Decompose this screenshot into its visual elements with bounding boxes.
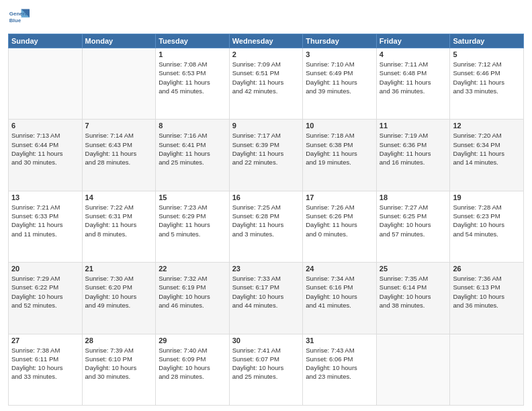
- calendar-cell: [82, 48, 156, 120]
- calendar-cell: 8Sunrise: 7:16 AM Sunset: 6:41 PM Daylig…: [156, 120, 230, 191]
- day-number: 11: [380, 122, 447, 130]
- calendar-cell: 23Sunrise: 7:33 AM Sunset: 6:17 PM Dayli…: [229, 263, 303, 334]
- day-info: Sunrise: 7:21 AM Sunset: 6:33 PM Dayligh…: [11, 203, 79, 238]
- weekday-header: Friday: [376, 34, 450, 48]
- calendar-cell: 19Sunrise: 7:28 AM Sunset: 6:23 PM Dayli…: [450, 191, 524, 262]
- calendar-cell: 5Sunrise: 7:12 AM Sunset: 6:46 PM Daylig…: [450, 48, 524, 120]
- day-info: Sunrise: 7:40 AM Sunset: 6:09 PM Dayligh…: [159, 346, 226, 381]
- day-number: 25: [380, 265, 447, 273]
- calendar-cell: 9Sunrise: 7:17 AM Sunset: 6:39 PM Daylig…: [229, 120, 303, 191]
- calendar-cell: 30Sunrise: 7:41 AM Sunset: 6:07 PM Dayli…: [229, 334, 303, 405]
- day-info: Sunrise: 7:25 AM Sunset: 6:28 PM Dayligh…: [232, 203, 300, 238]
- day-number: 18: [380, 193, 447, 201]
- day-number: 12: [453, 122, 521, 130]
- day-info: Sunrise: 7:28 AM Sunset: 6:23 PM Dayligh…: [453, 203, 521, 238]
- day-info: Sunrise: 7:11 AM Sunset: 6:48 PM Dayligh…: [380, 60, 447, 95]
- calendar-cell: 16Sunrise: 7:25 AM Sunset: 6:28 PM Dayli…: [229, 191, 303, 262]
- day-info: Sunrise: 7:10 AM Sunset: 6:49 PM Dayligh…: [306, 60, 373, 95]
- day-number: 4: [380, 50, 447, 58]
- day-info: Sunrise: 7:17 AM Sunset: 6:39 PM Dayligh…: [232, 131, 300, 167]
- calendar-cell: 10Sunrise: 7:18 AM Sunset: 6:38 PM Dayli…: [303, 120, 377, 191]
- day-number: 13: [11, 193, 79, 201]
- weekday-header: Wednesday: [229, 34, 303, 48]
- day-info: Sunrise: 7:14 AM Sunset: 6:43 PM Dayligh…: [85, 131, 153, 167]
- calendar-cell: 25Sunrise: 7:35 AM Sunset: 6:14 PM Dayli…: [376, 263, 450, 334]
- day-info: Sunrise: 7:32 AM Sunset: 6:19 PM Dayligh…: [159, 274, 226, 310]
- day-number: 1: [159, 50, 226, 58]
- weekday-header: Sunday: [9, 34, 83, 48]
- day-number: 7: [85, 122, 153, 130]
- calendar-cell: 21Sunrise: 7:30 AM Sunset: 6:20 PM Dayli…: [82, 263, 156, 334]
- svg-text:General: General: [9, 11, 30, 17]
- day-number: 27: [11, 336, 79, 345]
- day-info: Sunrise: 7:41 AM Sunset: 6:07 PM Dayligh…: [232, 346, 300, 381]
- day-info: Sunrise: 7:08 AM Sunset: 6:53 PM Dayligh…: [159, 60, 226, 95]
- calendar-cell: 22Sunrise: 7:32 AM Sunset: 6:19 PM Dayli…: [156, 263, 230, 334]
- day-info: Sunrise: 7:20 AM Sunset: 6:34 PM Dayligh…: [453, 131, 521, 167]
- weekday-header: Tuesday: [156, 34, 230, 48]
- calendar-cell: 14Sunrise: 7:22 AM Sunset: 6:31 PM Dayli…: [82, 191, 156, 262]
- day-info: Sunrise: 7:18 AM Sunset: 6:38 PM Dayligh…: [306, 131, 373, 167]
- day-number: 16: [232, 193, 300, 201]
- day-info: Sunrise: 7:26 AM Sunset: 6:26 PM Dayligh…: [306, 203, 373, 238]
- day-info: Sunrise: 7:22 AM Sunset: 6:31 PM Dayligh…: [85, 203, 153, 238]
- calendar-cell: 6Sunrise: 7:13 AM Sunset: 6:44 PM Daylig…: [9, 120, 83, 191]
- weekday-header: Monday: [82, 34, 156, 48]
- calendar-week-row: 6Sunrise: 7:13 AM Sunset: 6:44 PM Daylig…: [9, 120, 524, 191]
- day-info: Sunrise: 7:29 AM Sunset: 6:22 PM Dayligh…: [11, 274, 79, 310]
- calendar-cell: 1Sunrise: 7:08 AM Sunset: 6:53 PM Daylig…: [156, 48, 230, 120]
- calendar-cell: 28Sunrise: 7:39 AM Sunset: 6:10 PM Dayli…: [82, 334, 156, 405]
- day-info: Sunrise: 7:34 AM Sunset: 6:16 PM Dayligh…: [306, 274, 373, 310]
- calendar-week-row: 1Sunrise: 7:08 AM Sunset: 6:53 PM Daylig…: [9, 48, 524, 120]
- day-number: 24: [306, 265, 373, 273]
- day-number: 14: [85, 193, 153, 201]
- day-info: Sunrise: 7:36 AM Sunset: 6:13 PM Dayligh…: [453, 274, 521, 310]
- day-number: 29: [159, 336, 226, 345]
- calendar-cell: 26Sunrise: 7:36 AM Sunset: 6:13 PM Dayli…: [450, 263, 524, 334]
- calendar-cell: 11Sunrise: 7:19 AM Sunset: 6:36 PM Dayli…: [376, 120, 450, 191]
- day-number: 20: [11, 265, 79, 273]
- calendar-week-row: 27Sunrise: 7:38 AM Sunset: 6:11 PM Dayli…: [9, 334, 524, 405]
- calendar-cell: 17Sunrise: 7:26 AM Sunset: 6:26 PM Dayli…: [303, 191, 377, 262]
- calendar-cell: 29Sunrise: 7:40 AM Sunset: 6:09 PM Dayli…: [156, 334, 230, 405]
- day-number: 28: [85, 336, 153, 345]
- day-info: Sunrise: 7:16 AM Sunset: 6:41 PM Dayligh…: [159, 131, 226, 167]
- day-number: 5: [453, 50, 521, 58]
- day-number: 10: [306, 122, 373, 130]
- day-info: Sunrise: 7:13 AM Sunset: 6:44 PM Dayligh…: [11, 131, 79, 167]
- day-number: 22: [159, 265, 226, 273]
- calendar-cell: 7Sunrise: 7:14 AM Sunset: 6:43 PM Daylig…: [82, 120, 156, 191]
- day-number: 23: [232, 265, 300, 273]
- day-info: Sunrise: 7:38 AM Sunset: 6:11 PM Dayligh…: [11, 346, 79, 381]
- day-info: Sunrise: 7:35 AM Sunset: 6:14 PM Dayligh…: [380, 274, 447, 310]
- day-number: 9: [232, 122, 300, 130]
- calendar-week-row: 20Sunrise: 7:29 AM Sunset: 6:22 PM Dayli…: [9, 263, 524, 334]
- calendar-cell: 24Sunrise: 7:34 AM Sunset: 6:16 PM Dayli…: [303, 263, 377, 334]
- day-number: 30: [232, 336, 300, 345]
- day-info: Sunrise: 7:39 AM Sunset: 6:10 PM Dayligh…: [85, 346, 153, 381]
- calendar-cell: 15Sunrise: 7:23 AM Sunset: 6:29 PM Dayli…: [156, 191, 230, 262]
- calendar-header-row: SundayMondayTuesdayWednesdayThursdayFrid…: [9, 34, 524, 48]
- calendar-cell: 12Sunrise: 7:20 AM Sunset: 6:34 PM Dayli…: [450, 120, 524, 191]
- day-info: Sunrise: 7:43 AM Sunset: 6:06 PM Dayligh…: [306, 346, 373, 381]
- day-number: 19: [453, 193, 521, 201]
- page-container: General Blue SundayMondayTuesdayWednesda…: [0, 0, 532, 411]
- header: General Blue: [8, 7, 524, 28]
- day-info: Sunrise: 7:23 AM Sunset: 6:29 PM Dayligh…: [159, 203, 226, 238]
- weekday-header: Saturday: [450, 34, 524, 48]
- day-number: 21: [85, 265, 153, 273]
- day-info: Sunrise: 7:12 AM Sunset: 6:46 PM Dayligh…: [453, 60, 521, 95]
- day-number: 2: [232, 50, 300, 58]
- day-info: Sunrise: 7:19 AM Sunset: 6:36 PM Dayligh…: [380, 131, 447, 167]
- calendar-cell: [376, 334, 450, 405]
- day-number: 6: [11, 122, 79, 130]
- calendar-cell: 2Sunrise: 7:09 AM Sunset: 6:51 PM Daylig…: [229, 48, 303, 120]
- calendar-week-row: 13Sunrise: 7:21 AM Sunset: 6:33 PM Dayli…: [9, 191, 524, 262]
- day-number: 15: [159, 193, 226, 201]
- day-info: Sunrise: 7:09 AM Sunset: 6:51 PM Dayligh…: [232, 60, 300, 95]
- calendar-cell: 3Sunrise: 7:10 AM Sunset: 6:49 PM Daylig…: [303, 48, 377, 120]
- logo: General Blue: [8, 7, 30, 28]
- calendar-cell: [450, 334, 524, 405]
- weekday-header: Thursday: [303, 34, 377, 48]
- day-info: Sunrise: 7:33 AM Sunset: 6:17 PM Dayligh…: [232, 274, 300, 310]
